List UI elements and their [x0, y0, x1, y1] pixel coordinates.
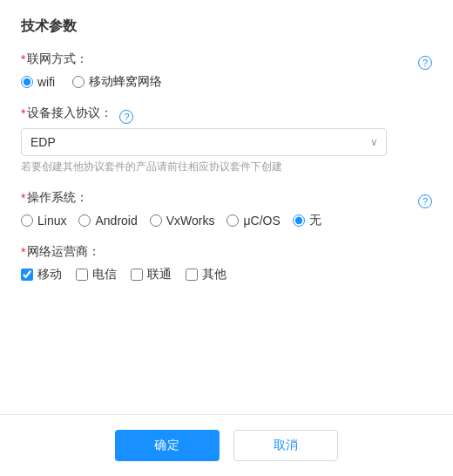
os-label: * 操作系统： [21, 190, 88, 206]
os-group: * 操作系统： ? Linux Android VxWorks μC/OS [21, 190, 432, 228]
os-android-option[interactable]: Android [78, 214, 137, 228]
operator-mobile-label: 移动 [37, 267, 62, 282]
required-star-operator: * [21, 245, 25, 259]
operator-other-option[interactable]: 其他 [186, 267, 226, 282]
os-none-radio[interactable] [293, 214, 305, 227]
protocol-label: * 设备接入协议： [21, 105, 112, 121]
os-vxworks-option[interactable]: VxWorks [150, 214, 215, 228]
network-cellular-radio[interactable] [72, 76, 85, 88]
operator-label-text: 网络运营商： [27, 244, 100, 260]
os-ucos-option[interactable]: μC/OS [226, 214, 280, 228]
operator-checkbox-group: 移动 电信 联通 其他 [21, 267, 432, 282]
operator-mobile-option[interactable]: 移动 [21, 267, 62, 282]
network-wifi-label: wifi [37, 75, 55, 89]
network-radio-group: wifi 移动蜂窝网络 [21, 74, 432, 90]
network-help-icon[interactable]: ? [418, 56, 432, 70]
operator-group: * 网络运营商： 移动 电信 联通 其他 [21, 244, 432, 282]
protocol-select[interactable]: EDP MQTT HTTP [21, 128, 387, 156]
os-android-radio[interactable] [78, 214, 91, 227]
footer: 确定 取消 [0, 415, 453, 476]
os-vxworks-radio[interactable] [150, 214, 162, 227]
os-android-label: Android [95, 214, 137, 228]
network-wifi-option[interactable]: wifi [21, 75, 55, 89]
os-linux-radio[interactable] [21, 214, 33, 227]
network-cellular-option[interactable]: 移动蜂窝网络 [72, 74, 162, 90]
os-none-option[interactable]: 无 [293, 213, 321, 228]
network-cellular-label: 移动蜂窝网络 [89, 74, 162, 90]
operator-unicom-option[interactable]: 联通 [131, 267, 172, 282]
protocol-select-wrapper: EDP MQTT HTTP ∨ [21, 128, 387, 156]
operator-telecom-label: 电信 [92, 267, 117, 282]
operator-other-label: 其他 [202, 267, 226, 282]
required-star-os: * [21, 191, 25, 205]
os-radio-group: Linux Android VxWorks μC/OS 无 [21, 213, 432, 228]
os-ucos-label: μC/OS [243, 214, 280, 228]
protocol-label-text: 设备接入协议： [27, 105, 112, 121]
os-ucos-radio[interactable] [226, 214, 239, 227]
main-content: 技术参数 * 联网方式： ? wifi 移动蜂窝网络 * 设备接入协议： [0, 0, 453, 415]
confirm-button[interactable]: 确定 [115, 430, 220, 461]
os-help-icon[interactable]: ? [418, 194, 432, 208]
network-label: * 联网方式： [21, 51, 88, 67]
operator-mobile-checkbox[interactable] [21, 269, 33, 281]
page-title: 技术参数 [21, 17, 432, 36]
operator-unicom-label: 联通 [147, 267, 172, 282]
protocol-help-icon[interactable]: ? [119, 110, 133, 124]
operator-telecom-option[interactable]: 电信 [76, 267, 117, 282]
network-label-text: 联网方式： [27, 51, 88, 67]
os-none-label: 无 [309, 213, 321, 228]
os-linux-label: Linux [37, 214, 66, 228]
network-wifi-radio[interactable] [21, 76, 33, 88]
required-star-network: * [21, 52, 25, 66]
operator-other-checkbox[interactable] [186, 269, 198, 281]
operator-label: * 网络运营商： [21, 244, 100, 260]
required-star-protocol: * [21, 106, 25, 120]
os-label-text: 操作系统： [27, 190, 88, 206]
operator-unicom-checkbox[interactable] [131, 269, 143, 281]
operator-telecom-checkbox[interactable] [76, 269, 88, 281]
protocol-hint: 若要创建其他协议套件的产品请前往相应协议套件下创建 [21, 160, 432, 174]
network-group: * 联网方式： ? wifi 移动蜂窝网络 [21, 51, 432, 90]
protocol-group: * 设备接入协议： ? EDP MQTT HTTP ∨ 若要创建其他协议套件的产… [21, 105, 432, 174]
os-vxworks-label: VxWorks [166, 214, 215, 228]
os-linux-option[interactable]: Linux [21, 214, 66, 228]
cancel-button[interactable]: 取消 [233, 430, 338, 461]
